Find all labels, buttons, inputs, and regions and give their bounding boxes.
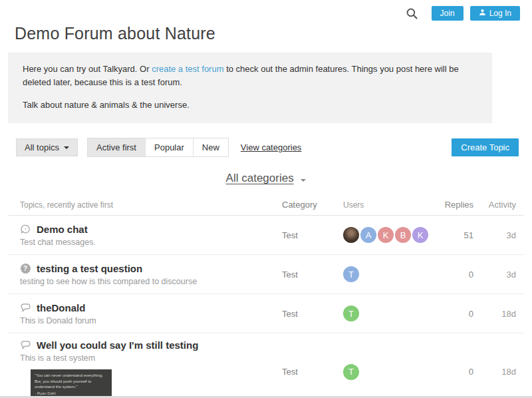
intro-second-paragraph: Talk about nature & animals & the univer… [23, 99, 477, 112]
all-topics-dropdown[interactable]: All topics [16, 138, 78, 156]
category-selector[interactable]: All categories [0, 172, 532, 185]
topic-cell: theDonald This is Donald forum [8, 302, 282, 325]
search-icon[interactable] [406, 7, 418, 20]
login-label: Log In [489, 9, 511, 18]
topic-excerpt: This is a test system [20, 353, 282, 363]
create-topic-button[interactable]: Create Topic [452, 138, 519, 156]
intro-text-before: Here you can try out Talkyard. Or [23, 64, 152, 74]
avatar[interactable]: T [343, 305, 359, 321]
quote-subtitle: Creator of Node.js [35, 395, 108, 398]
topic-activity: 3d [476, 270, 524, 280]
avatar[interactable]: K [412, 227, 428, 243]
avatar[interactable]: T [343, 266, 359, 282]
topbar: Join Log In [0, 0, 532, 21]
tab-new[interactable]: New [194, 138, 228, 156]
filter-bar: All topics Active first Popular New View… [16, 138, 519, 157]
topic-users: T [343, 364, 442, 380]
topic-replies: 0 [442, 309, 476, 319]
topic-cell: ? testing a test question testing to see… [8, 263, 282, 286]
avatar[interactable]: A [360, 227, 376, 243]
topic-category[interactable]: Test [282, 309, 343, 319]
header-activity: Activity [476, 200, 524, 210]
login-button[interactable]: Log In [470, 6, 520, 21]
topic-activity: 18d [476, 367, 524, 377]
topic-activity: 18d [476, 309, 524, 319]
topic-excerpt: This is Donald forum [20, 316, 282, 325]
tab-popular[interactable]: Popular [146, 138, 194, 156]
all-topics-label: All topics [25, 142, 59, 152]
topic-users: T [343, 266, 442, 282]
topic-cell: Well you could say I'm still testing Thi… [8, 339, 282, 398]
header-category: Category [282, 200, 343, 210]
topic-title[interactable]: Well you could say I'm still testing [37, 339, 198, 351]
quote-image-thumbnail[interactable]: "You can never understand everything. Bu… [31, 369, 112, 398]
topic-excerpt: Test chat messages. [20, 238, 282, 247]
intro-paragraph: Here you can try out Talkyard. Or create… [23, 63, 477, 89]
topic-title[interactable]: theDonald [37, 302, 85, 313]
topic-category[interactable]: Test [282, 270, 343, 280]
tab-active-first[interactable]: Active first [88, 138, 146, 156]
forum-page: Join Log In Demo Forum about Nature Here… [0, 0, 532, 398]
join-button[interactable]: Join [432, 6, 464, 21]
avatar[interactable]: T [343, 364, 359, 380]
join-label: Join [440, 9, 455, 18]
topic-replies: 0 [442, 367, 476, 377]
view-categories-link[interactable]: View categories [241, 142, 302, 152]
question-icon: ? [20, 264, 31, 274]
topic-category[interactable]: Test [282, 230, 343, 240]
table-header: Topics, recently active first Category U… [8, 197, 524, 216]
chevron-down-icon [64, 146, 69, 149]
comment-icon [20, 303, 31, 312]
table-row: theDonald This is Donald forum Test T 0 … [8, 294, 524, 333]
topic-activity: 3d [476, 230, 524, 240]
table-row: Demo chat Test chat messages. Test A K B… [8, 216, 524, 255]
all-categories-label[interactable]: All categories [226, 172, 294, 184]
sort-tabs: Active first Popular New [87, 138, 229, 157]
intro-box: Here you can try out Talkyard. Or create… [8, 53, 492, 123]
avatar[interactable]: K [378, 227, 394, 243]
avatar[interactable]: B [395, 227, 411, 243]
table-row: ? testing a test question testing to see… [8, 255, 524, 294]
topic-cell: Demo chat Test chat messages. [8, 224, 282, 247]
topic-category[interactable]: Test [282, 367, 343, 377]
topic-excerpt: testing to see how is this compared to d… [20, 277, 282, 286]
topic-replies: 51 [442, 230, 476, 240]
topic-users: T [343, 305, 442, 321]
topic-title[interactable]: testing a test question [37, 263, 142, 274]
comment-icon [20, 341, 31, 349]
avatar[interactable] [343, 227, 359, 243]
topic-users: A K B K [343, 227, 442, 243]
chat-icon [20, 224, 31, 234]
topic-replies: 0 [442, 270, 476, 280]
quote-text: "You can never understand everything. Bu… [35, 373, 108, 389]
create-test-forum-link[interactable]: create a test forum [152, 64, 223, 74]
table-row: Well you could say I'm still testing Thi… [8, 333, 524, 398]
topic-title[interactable]: Demo chat [37, 224, 88, 235]
header-replies: Replies [442, 200, 476, 210]
header-topics: Topics, recently active first [8, 200, 282, 210]
user-icon [479, 9, 486, 18]
chevron-down-icon [301, 179, 306, 182]
header-users: Users [343, 200, 442, 210]
topic-table: Topics, recently active first Category U… [8, 197, 524, 398]
page-title: Demo Forum about Nature [0, 21, 532, 43]
